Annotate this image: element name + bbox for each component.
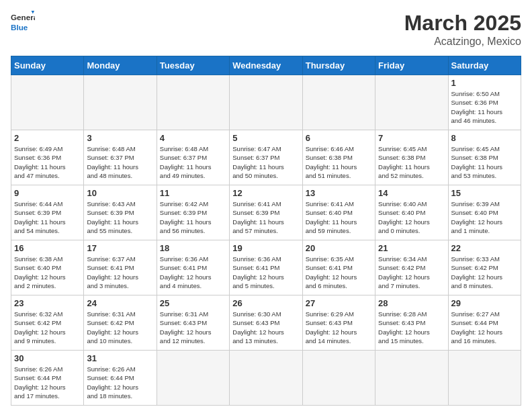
day-number: 13 bbox=[306, 188, 372, 198]
day-of-week-header: Saturday bbox=[448, 56, 521, 75]
day-info: Sunrise: 6:34 AM Sunset: 6:42 PM Dayligh… bbox=[378, 255, 445, 290]
calendar-cell: 25Sunrise: 6:31 AM Sunset: 6:43 PM Dayli… bbox=[157, 295, 229, 351]
day-info: Sunrise: 6:45 AM Sunset: 6:38 PM Dayligh… bbox=[378, 144, 445, 180]
calendar-cell: 14Sunrise: 6:40 AM Sunset: 6:40 PM Dayli… bbox=[375, 185, 448, 240]
calendar-title: March 2025 bbox=[404, 11, 521, 36]
day-number: 2 bbox=[14, 133, 81, 143]
day-info: Sunrise: 6:31 AM Sunset: 6:43 PM Dayligh… bbox=[160, 310, 226, 345]
day-info: Sunrise: 6:50 AM Sunset: 6:36 PM Dayligh… bbox=[451, 89, 518, 125]
day-number: 15 bbox=[451, 188, 518, 198]
calendar-cell: 12Sunrise: 6:41 AM Sunset: 6:39 PM Dayli… bbox=[230, 185, 302, 240]
calendar-cell: 27Sunrise: 6:29 AM Sunset: 6:43 PM Dayli… bbox=[302, 295, 375, 351]
calendar-cell: 3Sunrise: 6:48 AM Sunset: 6:37 PM Daylig… bbox=[84, 130, 157, 185]
page-header: General Blue March 2025 Acatzingo, Mexic… bbox=[11, 11, 521, 48]
day-number: 23 bbox=[14, 298, 81, 308]
calendar-cell bbox=[302, 75, 375, 130]
day-of-week-header: Monday bbox=[84, 56, 157, 75]
calendar-cell: 8Sunrise: 6:45 AM Sunset: 6:38 PM Daylig… bbox=[448, 130, 521, 185]
calendar-cell: 23Sunrise: 6:32 AM Sunset: 6:42 PM Dayli… bbox=[11, 295, 84, 351]
day-number: 24 bbox=[87, 298, 153, 308]
day-info: Sunrise: 6:38 AM Sunset: 6:40 PM Dayligh… bbox=[14, 255, 81, 290]
day-info: Sunrise: 6:35 AM Sunset: 6:41 PM Dayligh… bbox=[306, 255, 372, 290]
calendar-cell: 10Sunrise: 6:43 AM Sunset: 6:39 PM Dayli… bbox=[84, 185, 157, 240]
day-number: 20 bbox=[306, 243, 372, 253]
day-number: 22 bbox=[451, 243, 518, 253]
day-info: Sunrise: 6:43 AM Sunset: 6:39 PM Dayligh… bbox=[87, 199, 153, 235]
calendar-cell: 29Sunrise: 6:27 AM Sunset: 6:44 PM Dayli… bbox=[448, 295, 521, 351]
day-info: Sunrise: 6:33 AM Sunset: 6:42 PM Dayligh… bbox=[451, 255, 518, 290]
day-number: 4 bbox=[160, 133, 226, 143]
calendar-cell bbox=[157, 351, 229, 406]
day-info: Sunrise: 6:41 AM Sunset: 6:39 PM Dayligh… bbox=[232, 199, 299, 235]
calendar-cell: 26Sunrise: 6:30 AM Sunset: 6:43 PM Dayli… bbox=[230, 295, 302, 351]
calendar-cell: 24Sunrise: 6:31 AM Sunset: 6:42 PM Dayli… bbox=[84, 295, 157, 351]
day-number: 28 bbox=[378, 298, 445, 308]
calendar-cell: 19Sunrise: 6:36 AM Sunset: 6:41 PM Dayli… bbox=[230, 240, 302, 295]
day-info: Sunrise: 6:44 AM Sunset: 6:39 PM Dayligh… bbox=[14, 199, 81, 235]
calendar-cell: 20Sunrise: 6:35 AM Sunset: 6:41 PM Dayli… bbox=[302, 240, 375, 295]
day-of-week-header: Tuesday bbox=[157, 56, 229, 75]
calendar-cell: 28Sunrise: 6:28 AM Sunset: 6:43 PM Dayli… bbox=[375, 295, 448, 351]
calendar-cell bbox=[11, 75, 84, 130]
day-info: Sunrise: 6:26 AM Sunset: 6:44 PM Dayligh… bbox=[14, 365, 81, 400]
day-info: Sunrise: 6:30 AM Sunset: 6:43 PM Dayligh… bbox=[232, 310, 299, 345]
day-info: Sunrise: 6:31 AM Sunset: 6:42 PM Dayligh… bbox=[87, 310, 153, 345]
calendar-cell: 1Sunrise: 6:50 AM Sunset: 6:36 PM Daylig… bbox=[448, 75, 521, 130]
day-number: 25 bbox=[160, 298, 226, 308]
calendar-cell bbox=[448, 351, 521, 406]
logo: General Blue bbox=[11, 11, 35, 35]
calendar-cell: 15Sunrise: 6:39 AM Sunset: 6:40 PM Dayli… bbox=[448, 185, 521, 240]
calendar-cell: 30Sunrise: 6:26 AM Sunset: 6:44 PM Dayli… bbox=[11, 351, 84, 406]
day-number: 9 bbox=[14, 188, 81, 198]
calendar-cell bbox=[302, 351, 375, 406]
calendar-subtitle: Acatzingo, Mexico bbox=[404, 36, 521, 48]
day-number: 11 bbox=[160, 188, 226, 198]
day-info: Sunrise: 6:48 AM Sunset: 6:37 PM Dayligh… bbox=[87, 144, 153, 180]
calendar-cell bbox=[375, 75, 448, 130]
day-number: 14 bbox=[378, 188, 445, 198]
day-number: 27 bbox=[306, 298, 372, 308]
day-number: 12 bbox=[232, 188, 299, 198]
day-number: 3 bbox=[87, 133, 153, 143]
day-number: 17 bbox=[87, 243, 153, 253]
day-number: 21 bbox=[378, 243, 445, 253]
calendar-cell: 17Sunrise: 6:37 AM Sunset: 6:41 PM Dayli… bbox=[84, 240, 157, 295]
day-number: 19 bbox=[232, 243, 299, 253]
day-info: Sunrise: 6:40 AM Sunset: 6:40 PM Dayligh… bbox=[378, 199, 445, 235]
day-number: 31 bbox=[87, 353, 153, 363]
calendar-cell: 22Sunrise: 6:33 AM Sunset: 6:42 PM Dayli… bbox=[448, 240, 521, 295]
day-number: 5 bbox=[232, 133, 299, 143]
day-of-week-header: Thursday bbox=[302, 56, 375, 75]
svg-text:General: General bbox=[11, 13, 35, 21]
day-info: Sunrise: 6:39 AM Sunset: 6:40 PM Dayligh… bbox=[451, 199, 518, 235]
calendar-cell: 18Sunrise: 6:36 AM Sunset: 6:41 PM Dayli… bbox=[157, 240, 229, 295]
calendar-cell bbox=[84, 75, 157, 130]
day-of-week-header: Friday bbox=[375, 56, 448, 75]
calendar-cell bbox=[230, 75, 302, 130]
calendar-cell: 9Sunrise: 6:44 AM Sunset: 6:39 PM Daylig… bbox=[11, 185, 84, 240]
day-info: Sunrise: 6:47 AM Sunset: 6:37 PM Dayligh… bbox=[232, 144, 299, 180]
day-number: 18 bbox=[160, 243, 226, 253]
day-of-week-header: Sunday bbox=[11, 56, 84, 75]
day-number: 10 bbox=[87, 188, 153, 198]
day-of-week-header: Wednesday bbox=[230, 56, 302, 75]
day-info: Sunrise: 6:26 AM Sunset: 6:44 PM Dayligh… bbox=[87, 365, 153, 400]
day-number: 8 bbox=[451, 133, 518, 143]
day-number: 29 bbox=[451, 298, 518, 308]
calendar-cell: 6Sunrise: 6:46 AM Sunset: 6:38 PM Daylig… bbox=[302, 130, 375, 185]
day-info: Sunrise: 6:42 AM Sunset: 6:39 PM Dayligh… bbox=[160, 199, 226, 235]
svg-text:Blue: Blue bbox=[11, 23, 28, 32]
day-info: Sunrise: 6:36 AM Sunset: 6:41 PM Dayligh… bbox=[232, 255, 299, 290]
calendar-cell: 16Sunrise: 6:38 AM Sunset: 6:40 PM Dayli… bbox=[11, 240, 84, 295]
calendar-cell: 31Sunrise: 6:26 AM Sunset: 6:44 PM Dayli… bbox=[84, 351, 157, 406]
day-info: Sunrise: 6:48 AM Sunset: 6:37 PM Dayligh… bbox=[160, 144, 226, 180]
day-info: Sunrise: 6:29 AM Sunset: 6:43 PM Dayligh… bbox=[306, 310, 372, 345]
day-number: 26 bbox=[232, 298, 299, 308]
calendar-cell bbox=[157, 75, 229, 130]
calendar-cell: 5Sunrise: 6:47 AM Sunset: 6:37 PM Daylig… bbox=[230, 130, 302, 185]
day-info: Sunrise: 6:36 AM Sunset: 6:41 PM Dayligh… bbox=[160, 255, 226, 290]
calendar-cell: 13Sunrise: 6:41 AM Sunset: 6:40 PM Dayli… bbox=[302, 185, 375, 240]
calendar-cell bbox=[375, 351, 448, 406]
day-info: Sunrise: 6:49 AM Sunset: 6:36 PM Dayligh… bbox=[14, 144, 81, 180]
day-info: Sunrise: 6:41 AM Sunset: 6:40 PM Dayligh… bbox=[306, 199, 372, 235]
